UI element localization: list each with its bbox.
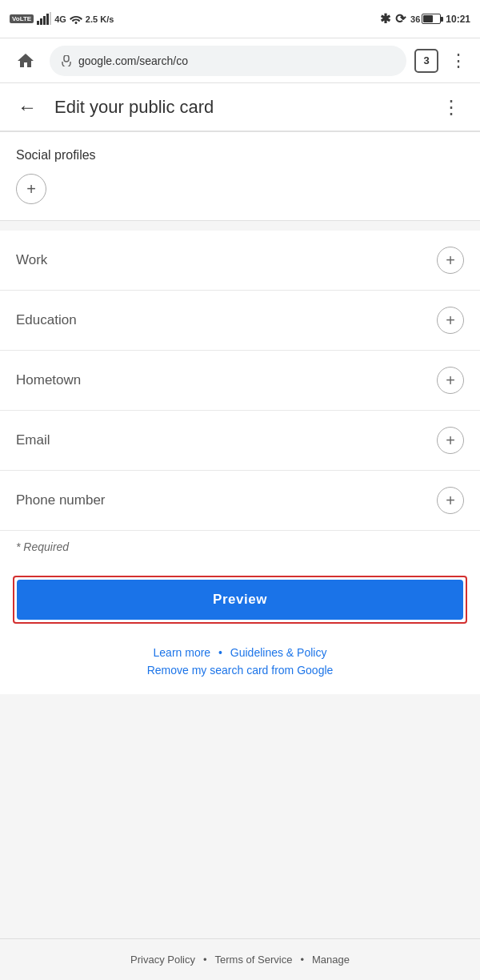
add-phone-button[interactable]: + <box>437 487 464 514</box>
bottom-spacer <box>0 694 480 742</box>
status-bar: VoLTE 4G 2.5 K/s ✱ ⟳ 36 <box>0 0 480 38</box>
email-field-label: Email <box>16 432 50 448</box>
main-content: Social profiles + Work + Education + Hom… <box>0 131 480 694</box>
education-field-row[interactable]: Education + <box>0 291 480 351</box>
social-profiles-title: Social profiles <box>16 148 464 163</box>
guidelines-link[interactable]: Guidelines & Policy <box>230 646 327 659</box>
learn-more-guidelines-line: Learn more • Guidelines & Policy <box>13 646 467 659</box>
header-more-button[interactable]: ⋮ <box>435 93 467 122</box>
required-text: * Required <box>0 531 480 566</box>
education-field-label: Education <box>16 312 77 328</box>
fields-section: Work + Education + Hometown + Email + Ph… <box>0 231 480 694</box>
time-display: 10:21 <box>446 14 470 25</box>
phone-field-row[interactable]: Phone number + <box>0 471 480 531</box>
battery-icon-box <box>422 14 441 24</box>
signal-strength <box>37 12 51 26</box>
work-field-label: Work <box>16 252 47 268</box>
work-field-row[interactable]: Work + <box>0 231 480 291</box>
data-speed: 2.5 K/s <box>86 14 114 24</box>
browser-menu-button[interactable]: ⋮ <box>446 47 470 74</box>
footer-dot-1: • <box>203 954 207 966</box>
add-education-button[interactable]: + <box>437 307 464 334</box>
svg-rect-1 <box>40 18 42 25</box>
wifi-icon <box>70 13 82 26</box>
social-profiles-section: Social profiles + <box>0 131 480 221</box>
add-email-button[interactable]: + <box>437 427 464 454</box>
svg-rect-4 <box>50 12 51 25</box>
privacy-policy-link[interactable]: Privacy Policy <box>130 954 195 966</box>
status-right: ✱ ⟳ 36 10:21 <box>380 11 470 26</box>
phone-field-label: Phone number <box>16 492 106 508</box>
footer-dot-2: • <box>300 954 304 966</box>
volte-badge: VoLTE <box>10 14 34 23</box>
page-title: Edit your public card <box>54 97 422 118</box>
preview-button[interactable]: Preview <box>17 580 463 620</box>
hometown-field-row[interactable]: Hometown + <box>0 351 480 411</box>
hometown-field-label: Hometown <box>16 372 81 388</box>
status-left: VoLTE 4G 2.5 K/s <box>10 12 114 26</box>
app-header: ← Edit your public card ⋮ <box>0 83 480 131</box>
terms-of-service-link[interactable]: Terms of Service <box>215 954 293 966</box>
preview-button-wrapper: Preview <box>13 576 467 624</box>
battery-container: 36 <box>410 14 441 24</box>
back-button[interactable]: ← <box>13 93 42 122</box>
add-social-profile-button[interactable]: + <box>16 174 46 204</box>
rotate-icon: ⟳ <box>395 11 406 26</box>
home-button[interactable] <box>10 45 42 77</box>
footer: Privacy Policy • Terms of Service • Mana… <box>0 938 480 980</box>
url-bar[interactable]: google.com/search/co <box>50 46 406 76</box>
manage-link[interactable]: Manage <box>312 954 350 966</box>
add-hometown-button[interactable]: + <box>437 367 464 394</box>
svg-rect-0 <box>37 21 39 25</box>
tab-count[interactable]: 3 <box>414 49 438 73</box>
links-section: Learn more • Guidelines & Policy Remove … <box>0 633 480 694</box>
svg-rect-3 <box>46 14 49 25</box>
browser-bar: google.com/search/co 3 ⋮ <box>0 38 480 83</box>
network-type: 4G <box>54 14 66 24</box>
svg-rect-2 <box>43 16 46 25</box>
url-text: google.com/search/co <box>78 54 188 67</box>
battery-number: 36 <box>410 14 420 24</box>
add-work-button[interactable]: + <box>437 247 464 274</box>
svg-rect-5 <box>64 55 69 62</box>
learn-more-link[interactable]: Learn more <box>154 646 211 659</box>
remove-card-link[interactable]: Remove my search card from Google <box>13 664 467 677</box>
email-field-row[interactable]: Email + <box>0 411 480 471</box>
bluetooth-icon: ✱ <box>380 11 390 26</box>
dot-separator-1: • <box>218 646 222 659</box>
preview-section: Preview <box>0 566 480 633</box>
